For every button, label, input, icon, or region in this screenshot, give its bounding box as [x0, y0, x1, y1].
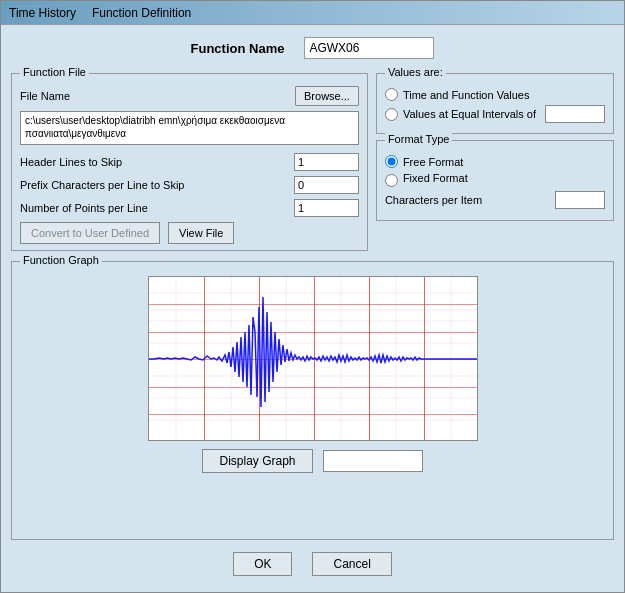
free-format-label: Free Format: [403, 156, 464, 168]
ok-button[interactable]: OK: [233, 552, 292, 576]
graph-canvas: [148, 276, 478, 441]
middle-row: Function File File Name Browse... c:\use…: [11, 73, 614, 251]
values-are-group: Values are: Time and Function Values Val…: [376, 73, 614, 134]
function-file-group: Function File File Name Browse... c:\use…: [11, 73, 368, 251]
chars-per-item-input[interactable]: [555, 191, 605, 209]
browse-button[interactable]: Browse...: [295, 86, 359, 106]
file-name-row: File Name Browse...: [20, 86, 359, 106]
free-format-radio-row: Free Format: [385, 155, 605, 168]
view-file-button[interactable]: View File: [168, 222, 234, 244]
num-points-row: Number of Points per Line: [20, 199, 359, 217]
fixed-format-label: Fixed Format: [403, 172, 468, 184]
seismograph-svg: [149, 277, 478, 441]
chars-per-item-label: Characters per Item: [385, 194, 555, 206]
convert-button[interactable]: Convert to User Defined: [20, 222, 160, 244]
time-function-label: Time and Function Values: [403, 89, 530, 101]
function-name-input[interactable]: [304, 37, 434, 59]
function-graph-title: Function Graph: [20, 254, 102, 266]
graph-extra-input[interactable]: [323, 450, 423, 472]
equal-intervals-radio[interactable]: [385, 108, 398, 121]
main-window: Time History Function Definition Functio…: [0, 0, 625, 593]
cancel-button[interactable]: Cancel: [312, 552, 391, 576]
equal-intervals-label: Values at Equal Intervals of: [403, 108, 536, 120]
function-name-label: Function Name: [191, 41, 285, 56]
header-lines-label: Header Lines to Skip: [20, 156, 294, 168]
title-bar: Time History Function Definition: [1, 1, 624, 25]
equal-intervals-radio-row: Values at Equal Intervals of: [385, 105, 605, 123]
function-file-title: Function File: [20, 66, 89, 78]
free-format-radio[interactable]: [385, 155, 398, 168]
header-lines-row: Header Lines to Skip: [20, 153, 359, 171]
display-graph-button[interactable]: Display Graph: [202, 449, 312, 473]
fixed-format-radio-row: Fixed Format: [385, 172, 605, 187]
format-type-group: Format Type Free Format Fixed Format Cha…: [376, 140, 614, 221]
menu-time-history[interactable]: Time History: [9, 6, 76, 20]
time-function-radio[interactable]: [385, 88, 398, 101]
equal-intervals-input[interactable]: [545, 105, 605, 123]
time-function-radio-row: Time and Function Values: [385, 88, 605, 101]
values-are-title: Values are:: [385, 66, 446, 78]
num-points-input[interactable]: [294, 199, 359, 217]
chars-per-item-row: Characters per Item: [385, 191, 605, 209]
dialog-content: Function Name Function File File Name Br…: [1, 25, 624, 592]
prefix-chars-label: Prefix Characters per Line to Skip: [20, 179, 294, 191]
function-name-row: Function Name: [11, 33, 614, 67]
file-path-input[interactable]: c:\users\user\desktop\diatribh emn\χρήσι…: [20, 111, 359, 145]
prefix-chars-row: Prefix Characters per Line to Skip: [20, 176, 359, 194]
file-action-buttons: Convert to User Defined View File: [20, 222, 359, 244]
function-graph-group: Function Graph: [11, 261, 614, 540]
num-points-label: Number of Points per Line: [20, 202, 294, 214]
graph-controls-row: Display Graph: [202, 449, 422, 473]
file-name-label: File Name: [20, 90, 295, 102]
dialog-buttons: OK Cancel: [11, 546, 614, 584]
graph-area: Display Graph: [20, 268, 605, 473]
header-lines-input[interactable]: [294, 153, 359, 171]
menu-function-definition[interactable]: Function Definition: [92, 6, 191, 20]
fixed-format-radio[interactable]: [385, 174, 398, 187]
prefix-chars-input[interactable]: [294, 176, 359, 194]
format-type-title: Format Type: [385, 133, 453, 145]
